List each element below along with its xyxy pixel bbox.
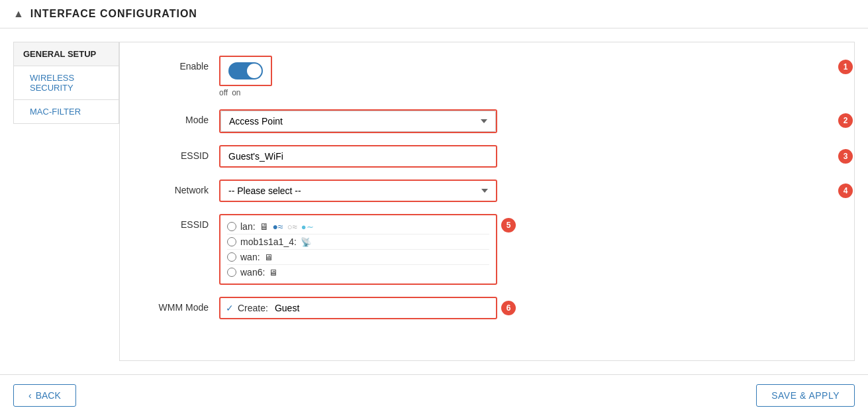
essid-radio-mob[interactable] xyxy=(227,237,236,246)
enable-toggle-box xyxy=(219,56,272,86)
essid-option-lan: lan: 🖥 ●≈ ○≈ ●∼ xyxy=(227,219,489,234)
essid-options-row: ESSID lan: 🖥 ●≈ ○≈ ●∼ mob1s1a1 xyxy=(140,214,834,285)
wan6-icon: 🖥 xyxy=(269,268,277,278)
essid-option-mob: mob1s1a1_4: 📡 xyxy=(227,234,489,250)
essid-radio-lan[interactable] xyxy=(227,222,236,231)
lan-wifi-icon-2: ○≈ xyxy=(287,222,297,232)
toggle-on-label: on xyxy=(232,88,240,97)
network-control: -- Please select -- lan wan wan6 xyxy=(219,180,497,202)
footer: ‹ BACK SAVE & APPLY xyxy=(0,374,868,416)
lan-wifi-icon-3: ●∼ xyxy=(301,222,314,232)
network-select[interactable]: -- Please select -- lan wan wan6 xyxy=(220,181,496,201)
network-label: Network xyxy=(140,180,219,195)
essid-options-label: ESSID xyxy=(140,214,219,230)
enable-label: Enable xyxy=(140,56,219,72)
essid-options-wrap: lan: 🖥 ●≈ ○≈ ●∼ mob1s1a1_4: 📡 xyxy=(219,214,497,285)
page-header: ▲ INTERFACE CONFIGURATION xyxy=(0,0,868,28)
network-row: Network -- Please select -- lan wan wan6… xyxy=(140,180,834,202)
essid-option-wan6: wan6: 🖥 xyxy=(227,265,489,280)
essid-wan-label: wan: xyxy=(240,252,260,262)
toggle-off-label: off xyxy=(219,88,228,97)
badge-2: 2 xyxy=(838,113,853,128)
mode-control: Access Point Client Ad-Hoc Monitor xyxy=(219,109,497,133)
main-content: GENERAL SETUP WIRELESSSECURITY MAC-FILTE… xyxy=(0,28,868,374)
sidebar-item-mac-filter[interactable]: MAC-FILTER xyxy=(13,100,119,124)
create-checkmark: ✓ xyxy=(226,303,234,313)
wan-icon: 🖥 xyxy=(264,252,273,262)
mode-label: Mode xyxy=(140,109,219,125)
wmm-control: ✓ Create: 6 xyxy=(219,297,497,319)
badge-6: 6 xyxy=(501,301,516,315)
essid-radio-wan[interactable] xyxy=(227,252,236,262)
page-title: INTERFACE CONFIGURATION xyxy=(30,8,197,20)
create-label: Create: xyxy=(238,303,268,313)
wmm-label: WMM Mode xyxy=(140,297,219,313)
mob-icon: 📡 xyxy=(301,237,311,247)
wmm-row: WMM Mode ✓ Create: 6 xyxy=(140,297,834,319)
sidebar-item-wireless-security[interactable]: WIRELESSSECURITY xyxy=(13,66,119,100)
mode-select[interactable]: Access Point Client Ad-Hoc Monitor xyxy=(220,111,496,132)
form-area: Enable off on 1 Mode Access Point xyxy=(119,42,855,361)
enable-row: Enable off on 1 xyxy=(140,56,834,97)
lan-wifi-icon-1: ●≈ xyxy=(273,221,283,232)
mode-row: Mode Access Point Client Ad-Hoc Monitor … xyxy=(140,109,834,133)
essid-control xyxy=(219,145,497,168)
toggle-knob xyxy=(247,64,262,78)
enable-toggle[interactable] xyxy=(228,62,263,79)
back-button[interactable]: ‹ BACK xyxy=(13,384,76,407)
lan-screen-icon: 🖥 xyxy=(260,221,269,232)
essid-row: ESSID 3 xyxy=(140,145,834,168)
essid-options-box: lan: 🖥 ●≈ ○≈ ●∼ mob1s1a1_4: 📡 xyxy=(219,214,497,285)
sidebar: GENERAL SETUP WIRELESSSECURITY MAC-FILTE… xyxy=(13,42,119,361)
essid-option-wan: wan: 🖥 xyxy=(227,250,489,265)
back-arrow-icon: ‹ xyxy=(28,390,32,401)
essid-wan6-label: wan6: xyxy=(240,267,265,278)
toggle-labels: off on xyxy=(219,88,497,97)
essid-input[interactable] xyxy=(220,146,496,166)
sidebar-item-general-setup[interactable]: GENERAL SETUP xyxy=(13,42,119,66)
badge-3: 3 xyxy=(838,149,853,164)
badge-5: 5 xyxy=(501,218,516,233)
badge-4: 4 xyxy=(838,183,853,198)
essid-radio-wan6[interactable] xyxy=(227,268,236,277)
badge-1: 1 xyxy=(838,60,853,74)
create-row: ✓ Create: xyxy=(219,297,497,319)
save-apply-button[interactable]: SAVE & APPLY xyxy=(756,384,855,407)
enable-control: off on xyxy=(219,56,497,97)
back-label: BACK xyxy=(36,390,61,401)
essid-label: ESSID xyxy=(140,145,219,161)
essid-lan-label: lan: xyxy=(240,221,256,232)
essid-mob-label: mob1s1a1_4: xyxy=(240,236,297,247)
collapse-icon[interactable]: ▲ xyxy=(13,8,24,20)
create-input[interactable] xyxy=(272,301,491,315)
